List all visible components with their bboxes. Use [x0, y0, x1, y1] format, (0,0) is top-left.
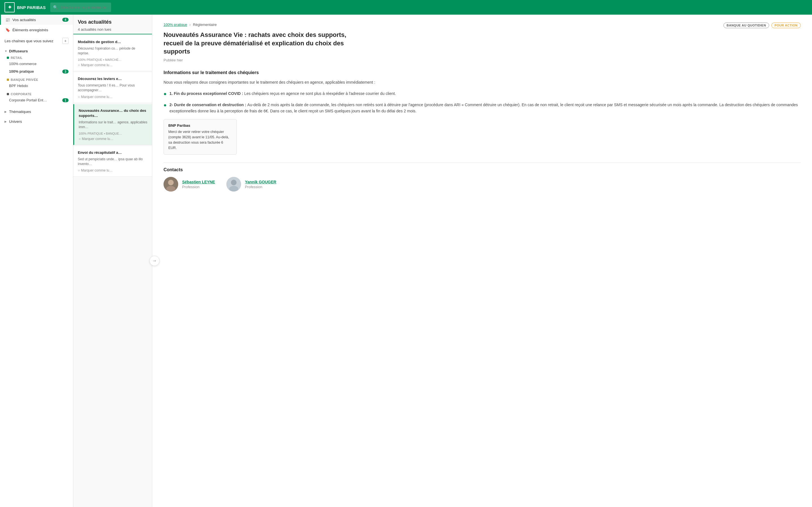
- contact-info-1: Sébastien LEYNE Profession: [182, 180, 215, 189]
- chevron-icon: ▼: [4, 50, 7, 53]
- main-layout: 📰 Vos actualités 4 🔖 Éléments enregistré…: [0, 15, 812, 507]
- sidebar: 📰 Vos actualités 4 🔖 Éléments enregistré…: [0, 15, 73, 507]
- les-chaines-header: Les chaînes que vous suivez +: [0, 35, 73, 47]
- mark-read-btn-2[interactable]: ○ Marquer comme lu…: [78, 95, 147, 99]
- mark-read-btn-1[interactable]: ○ Marquer comme lu…: [78, 63, 147, 67]
- article-excerpt-3: Informations sur le trait… agence, appli…: [79, 120, 147, 129]
- sidebar-badge-actualites: 4: [62, 18, 68, 22]
- sms-text: Merci de venir retirer votre chéquier (c…: [168, 129, 232, 151]
- bookmark-icon: 🔖: [5, 27, 10, 32]
- logo-area: ✦ BNP PARIBAS: [4, 2, 46, 12]
- contact-card-2[interactable]: Yannik GOUGER Profession: [226, 177, 276, 191]
- sidebar-item-label: Vos actualités: [12, 18, 36, 22]
- contact-photo-1: [163, 177, 178, 191]
- channel-label: 100% pratique: [9, 69, 34, 73]
- mark-read-btn-4[interactable]: ○ Marquer comme lu…: [78, 168, 147, 172]
- corporate-label: CORPORATE: [11, 93, 32, 96]
- banque-privee-section-header: BANQUE PRIVÉE: [0, 77, 73, 82]
- bullet-item-1: ● 1. Fin du process exceptionnel COVID :…: [163, 91, 801, 98]
- article-card-4[interactable]: Envoi du récapitulatif a… Sed ut perspic…: [73, 146, 152, 177]
- article-title-4: Envoi du récapitulatif a…: [78, 150, 147, 155]
- univers-expand[interactable]: ▶ Univers: [0, 117, 73, 126]
- add-chain-button[interactable]: +: [62, 38, 68, 44]
- svg-point-2: [166, 186, 175, 191]
- article-intro-text: Nous vous relayons deux consignes import…: [163, 79, 801, 86]
- search-wrapper: 🔍: [50, 3, 214, 12]
- breadcrumb-link[interactable]: 100% pratique: [163, 22, 187, 27]
- contact-name-2: Yannik GOUGER: [245, 180, 276, 184]
- banque-privee-dot: [7, 78, 9, 81]
- sidebar-item-actualites[interactable]: 📰 Vos actualités 4: [0, 15, 73, 25]
- app-header: ✦ BNP PARIBAS 🔍: [0, 0, 812, 15]
- contact-role-1: Profession: [182, 185, 215, 189]
- article-card-1[interactable]: Modalités de gestion d… Découvrez l'opér…: [73, 36, 152, 71]
- bullet-content-1: 1. Fin du process exceptionnel COVID : L…: [169, 91, 396, 98]
- diffuseurs-row[interactable]: ▼ Diffuseurs: [0, 47, 73, 55]
- article-excerpt-4: Sed ut perspiciatis unde… ipsa quae ab i…: [78, 157, 147, 166]
- nav-arrow[interactable]: →: [149, 256, 160, 266]
- bullet-dot-1: ●: [163, 91, 167, 98]
- article-excerpt-2: Tous commerçants ! Il es… Pour vous acco…: [78, 83, 147, 93]
- logo-text: BNP PARIBAS: [17, 5, 46, 10]
- channel-label: Corporate Portail Ent…: [9, 98, 47, 102]
- contacts-grid: Sébastien LEYNE Profession: [163, 177, 801, 191]
- thematiques-label: Thématiques: [9, 110, 31, 114]
- thematiques-expand[interactable]: ▶ Thématiques: [0, 107, 73, 117]
- article-tags: BANQUE AU QUOTIDIEN POUR ACTION: [723, 22, 801, 28]
- contact-info-2: Yannik GOUGER Profession: [245, 180, 276, 189]
- bullet-dot-2: ●: [163, 102, 167, 114]
- bullet-text-1: Les chéquiers reçus en agence ne sont pl…: [244, 91, 396, 96]
- content-area: Vos actualités 4 actualités non lues Mod…: [73, 15, 812, 507]
- retail-section-header: RETAIL: [0, 55, 73, 60]
- breadcrumb-current: Réglementaire: [193, 22, 217, 27]
- article-detail: 100% pratique › Réglementaire BANQUE AU …: [152, 15, 812, 507]
- article-card-3[interactable]: Nouveautés Assurance… du choix des suppo…: [73, 104, 152, 145]
- channel-bpf-hebdo[interactable]: BPF Hebdo: [0, 82, 73, 90]
- check-icon: ○: [78, 168, 80, 172]
- channel-100-pratique[interactable]: 100% pratique 3: [0, 68, 73, 75]
- breadcrumb: 100% pratique › Réglementaire: [163, 22, 801, 27]
- chevron-icon: ▶: [4, 120, 7, 123]
- bullet-title-1: 1. Fin du process exceptionnel COVID :: [169, 91, 244, 96]
- article-meta-1: 100% PRATIQUE • MARCHÉ…: [78, 58, 147, 61]
- channel-badge: 3: [62, 69, 68, 73]
- article-list: Vos actualités 4 actualités non lues Mod…: [73, 15, 152, 507]
- svg-point-4: [231, 180, 237, 185]
- logo-icon: ✦: [8, 4, 12, 10]
- article-excerpt-1: Découvrez l'opération co… période de rep…: [78, 46, 147, 56]
- search-input[interactable]: [50, 3, 111, 12]
- article-detail-header: 100% pratique › Réglementaire BANQUE AU …: [163, 22, 801, 27]
- contact-photo-2: [226, 177, 241, 191]
- article-list-title: Vos actualités: [73, 15, 152, 27]
- article-published-date: Publiée hier: [163, 58, 801, 62]
- bullet-list: ● 1. Fin du process exceptionnel COVID :…: [163, 91, 801, 114]
- contact-avatar-2: [226, 177, 241, 191]
- check-icon: ○: [78, 95, 80, 99]
- retail-dot: [7, 57, 9, 59]
- check-icon: ○: [79, 137, 81, 141]
- mark-read-btn-3[interactable]: ○ Marquer comme lu…: [79, 137, 147, 141]
- article-main-title: Nouveautés Assurance Vie : rachats avec …: [163, 31, 355, 56]
- bullet-content-2: 2- Durée de conservation et destruction …: [169, 102, 801, 114]
- corporate-section-header: CORPORATE: [0, 92, 73, 96]
- article-card-2[interactable]: Découvrez les leviers e… Tous commerçant…: [73, 72, 152, 103]
- contact-card-1[interactable]: Sébastien LEYNE Profession: [163, 177, 215, 191]
- sidebar-item-enregistres[interactable]: 🔖 Éléments enregistrés: [0, 25, 73, 35]
- article-section-title: Informations sur le traitement des chéqu…: [163, 70, 801, 75]
- article-title-2: Découvrez les leviers e…: [78, 76, 147, 81]
- channel-label: 100% commerce: [9, 62, 37, 66]
- chevron-icon: ▶: [4, 110, 7, 113]
- corporate-dot: [7, 93, 9, 95]
- channel-100-commerce[interactable]: 100% commerce: [0, 60, 73, 68]
- bullet-title-2: 2- Durée de conservation et destruction …: [169, 103, 247, 107]
- contacts-title: Contacts: [163, 163, 801, 172]
- article-meta-3: 100% PRATIQUE • BANQUE…: [79, 132, 147, 135]
- article-title-1: Modalités de gestion d…: [78, 40, 147, 45]
- diffuseurs-label: Diffuseurs: [9, 49, 28, 53]
- tag-pour-action: POUR ACTION: [771, 22, 801, 28]
- channel-corporate-portail[interactable]: Corporate Portail Ent… 1: [0, 96, 73, 104]
- sidebar-item-label: Éléments enregistrés: [12, 28, 48, 32]
- svg-point-1: [168, 180, 174, 185]
- logo-box: ✦: [4, 2, 15, 12]
- retail-label: RETAIL: [11, 56, 22, 59]
